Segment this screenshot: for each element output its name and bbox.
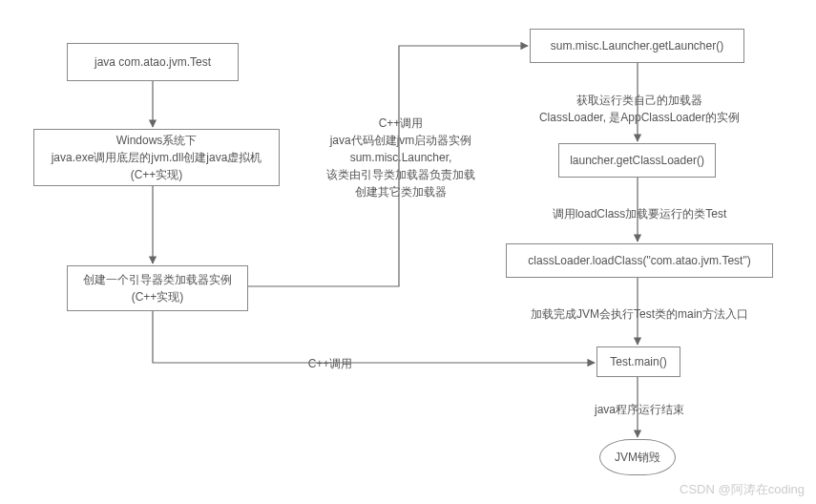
node-bootstrap-loader-text: 创建一个引导器类加载器实例 (C++实现) — [83, 271, 232, 305]
node-bootstrap-loader: 创建一个引导器类加载器实例 (C++实现) — [67, 265, 248, 311]
edge-getclassloader-loadclass-label: 调用loadClass加载要运行的类Test — [544, 205, 735, 222]
node-getlauncher: sum.misc.Launcher.getLauncher() — [530, 29, 744, 63]
node-java-cmd-text: java com.atao.jvm.Test — [94, 53, 211, 71]
node-loadclass: classLoader.loadClass("com.atao.jvm.Test… — [506, 243, 773, 278]
edge-loadclass-main-label: 加载完成JVM会执行Test类的main方法入口 — [506, 305, 773, 323]
node-windows-jvm: Windows系统下 java.exe调用底层的jvm.dll创建java虚拟机… — [33, 129, 280, 186]
node-getclassloader: launcher.getClassLoader() — [558, 143, 716, 178]
node-testmain: Test.main() — [596, 346, 680, 377]
node-jvm-destroy: JVM销毁 — [599, 439, 676, 475]
node-windows-jvm-text: Windows系统下 java.exe调用底层的jvm.dll创建java虚拟机… — [52, 132, 262, 183]
edge-cpp-launcher-label: C++调用 java代码创建jvm启动器实例 sum.misc.Launcher… — [315, 115, 487, 200]
node-java-cmd: java com.atao.jvm.Test — [67, 43, 239, 81]
edge-main-destroy-label: java程序运行结束 — [592, 401, 687, 418]
watermark: CSDN @阿涛在coding — [680, 481, 805, 498]
node-getclassloader-text: launcher.getClassLoader() — [570, 152, 704, 169]
node-testmain-text: Test.main() — [610, 353, 666, 370]
node-loadclass-text: classLoader.loadClass("com.atao.jvm.Test… — [528, 252, 750, 269]
node-jvm-destroy-text: JVM销毁 — [615, 450, 660, 466]
edge-getlauncher-getclassloader-label: 获取运行类自己的加载器 ClassLoader, 是AppClassLoader… — [525, 92, 754, 126]
edge-bootstrap-main-label: C++调用 — [302, 355, 359, 372]
node-getlauncher-text: sum.misc.Launcher.getLauncher() — [551, 37, 723, 54]
